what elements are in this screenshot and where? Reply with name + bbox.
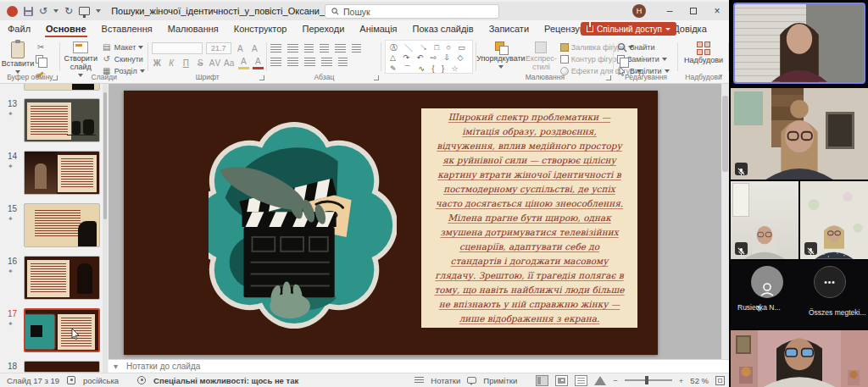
zoom-level[interactable]: 52 % bbox=[690, 376, 709, 385]
tab-slideshow[interactable]: Показ слайдів bbox=[405, 20, 481, 37]
fit-slide-button[interactable] bbox=[715, 376, 725, 385]
shapes-row-3[interactable]: ✎ ⌒ ∿ { } ☆ bbox=[390, 64, 468, 74]
slideshow-view-button[interactable] bbox=[594, 376, 606, 385]
zoom-slider-thumb[interactable] bbox=[645, 376, 648, 384]
accessibility-status[interactable]: Спеціальні можливості: щось не так bbox=[153, 376, 298, 385]
reset-button[interactable]: ↺Скинути bbox=[102, 54, 145, 64]
search-input[interactable]: Пошук bbox=[325, 4, 499, 19]
video-tile-4[interactable] bbox=[800, 181, 868, 259]
character-spacing-button[interactable]: АV bbox=[209, 58, 220, 68]
save-icon[interactable] bbox=[24, 7, 33, 16]
tab-design[interactable]: Конструктор bbox=[226, 20, 295, 37]
powerpoint-logo-icon[interactable] bbox=[7, 6, 18, 17]
more-participants-button[interactable]: ••• bbox=[814, 266, 846, 298]
increase-indent-icon[interactable] bbox=[320, 44, 329, 53]
shapes-gallery[interactable]: Ⓐ ╲ ↘ □ ○ ▭ △ ↷ ↶ ⇨ ⇩ ◇ ✎ ⌒ ∿ { } ☆ bbox=[385, 40, 473, 74]
text-direction-icon[interactable] bbox=[352, 44, 361, 53]
thumbnail-slide-13[interactable]: 13 ✦ bbox=[0, 98, 108, 144]
language-label[interactable]: російська bbox=[83, 376, 119, 385]
font-name-select[interactable] bbox=[152, 42, 203, 54]
align-right-icon[interactable] bbox=[304, 58, 315, 67]
share-button[interactable]: Спільний доступ bbox=[581, 22, 676, 36]
start-slideshow-icon[interactable] bbox=[79, 7, 90, 15]
underline-button[interactable]: П bbox=[181, 58, 192, 68]
participants-overflow-row: ••• Rusiecka N... Összes megteki... bbox=[731, 261, 868, 329]
grow-font-button[interactable]: А bbox=[235, 44, 246, 53]
shapes-row-1[interactable]: Ⓐ ╲ ↘ □ ○ ▭ bbox=[390, 43, 468, 53]
comments-toggle[interactable]: Примітки bbox=[483, 376, 517, 385]
align-center-icon[interactable] bbox=[287, 58, 298, 67]
drawing-dialog-launcher[interactable] bbox=[606, 75, 611, 80]
thumbnail-slide-15[interactable]: 15 ✦ bbox=[0, 203, 108, 249]
account-avatar[interactable]: Н bbox=[632, 4, 646, 18]
slide-sorter-view-button[interactable] bbox=[555, 375, 568, 386]
qat-customize-icon[interactable] bbox=[96, 9, 101, 13]
normal-view-button[interactable] bbox=[536, 375, 548, 386]
thumbnail-number: 15 bbox=[8, 204, 17, 213]
tab-draw[interactable]: Малювання bbox=[160, 20, 226, 37]
maximize-button[interactable] bbox=[682, 2, 705, 20]
notes-collapse-icon[interactable]: ▾ bbox=[114, 362, 118, 371]
align-left-icon[interactable] bbox=[270, 58, 281, 67]
find-button[interactable]: Знайти bbox=[617, 42, 670, 53]
video-tile-3[interactable] bbox=[731, 181, 798, 259]
paragraph-dialog-launcher[interactable] bbox=[374, 75, 379, 80]
thumbnail-slide-12[interactable] bbox=[0, 84, 108, 92]
tab-record[interactable]: Записати bbox=[481, 20, 537, 37]
tab-animations[interactable]: Анімація bbox=[352, 20, 404, 37]
participant-video bbox=[735, 7, 864, 82]
video-tile-2[interactable] bbox=[731, 88, 868, 180]
undo-icon[interactable]: ↺ bbox=[39, 6, 47, 16]
zoom-in-button[interactable]: + bbox=[679, 376, 684, 385]
copy-button[interactable] bbox=[36, 54, 46, 64]
numbering-icon[interactable] bbox=[287, 44, 298, 53]
shrink-font-button[interactable]: А bbox=[249, 44, 260, 53]
video-tile-5[interactable] bbox=[731, 330, 868, 387]
thumbnail-slide-17-selected[interactable]: 17 ✦ bbox=[0, 308, 108, 354]
strikethrough-button[interactable]: S bbox=[195, 58, 206, 68]
bullets-icon[interactable] bbox=[270, 44, 281, 53]
video-tile-speaker[interactable] bbox=[733, 3, 865, 84]
replace-button[interactable]: Замінити bbox=[617, 54, 670, 64]
thumbnail-scrollbar[interactable] bbox=[103, 84, 108, 373]
bold-button[interactable]: Ж bbox=[152, 58, 163, 68]
tab-transitions[interactable]: Переходи bbox=[294, 20, 352, 37]
zoom-slider[interactable] bbox=[625, 379, 672, 381]
tab-insert[interactable]: Вставлення bbox=[94, 20, 160, 37]
participant-avatar[interactable] bbox=[751, 266, 783, 298]
shapes-row-2[interactable]: △ ↷ ↶ ⇨ ⇩ ◇ bbox=[390, 53, 468, 63]
zoom-out-button[interactable]: − bbox=[613, 376, 618, 385]
cut-button[interactable]: ✂ bbox=[36, 42, 46, 53]
change-case-button[interactable]: Аа bbox=[224, 58, 235, 68]
tab-file[interactable]: Файл bbox=[0, 20, 38, 37]
slide-canvas[interactable]: Широкий спектр проблематики — імітація о… bbox=[124, 91, 658, 355]
font-dialog-launcher[interactable] bbox=[259, 75, 264, 80]
layout-button[interactable]: ▤Макет bbox=[102, 42, 145, 53]
line-spacing-icon[interactable] bbox=[335, 44, 346, 53]
minimize-button[interactable]: – bbox=[658, 2, 682, 20]
justify-icon[interactable] bbox=[321, 58, 332, 67]
undo-dropdown-icon[interactable] bbox=[53, 9, 58, 13]
redo-icon[interactable]: ↻ bbox=[64, 6, 73, 16]
thumbnail-slide-16[interactable]: 16 ✦ bbox=[0, 256, 108, 301]
slide-text-box[interactable]: Широкий спектр проблематики — імітація о… bbox=[421, 108, 637, 328]
notes-bar[interactable]: ▾ Нотатки до слайда bbox=[108, 359, 729, 373]
decrease-indent-icon[interactable] bbox=[304, 44, 314, 53]
thumbnail-number: 17 bbox=[8, 309, 17, 318]
clipboard-dialog-launcher[interactable] bbox=[53, 75, 58, 80]
collapse-ribbon-icon[interactable]: ⌄ bbox=[717, 69, 724, 78]
italic-button[interactable]: К bbox=[166, 58, 177, 68]
paragraph-group-label: Абзац bbox=[267, 73, 381, 81]
highlight-color-button[interactable]: А bbox=[238, 57, 249, 69]
font-color-button[interactable]: А bbox=[253, 57, 264, 69]
thumbnail-slide-18[interactable]: 18 bbox=[0, 361, 108, 373]
thumbnail-slide-14[interactable]: 14 ✦ bbox=[0, 151, 108, 196]
columns-icon[interactable] bbox=[338, 58, 348, 67]
reading-view-button[interactable] bbox=[575, 375, 587, 386]
tab-home[interactable]: Основне bbox=[38, 20, 94, 37]
view-all-label[interactable]: Összes megteki... bbox=[809, 308, 866, 317]
font-size-select[interactable]: 21.7 bbox=[206, 42, 231, 54]
editor-scrollbar[interactable] bbox=[721, 84, 729, 359]
notes-toggle[interactable]: Нотатки bbox=[431, 376, 460, 385]
close-button[interactable]: × bbox=[705, 2, 729, 20]
